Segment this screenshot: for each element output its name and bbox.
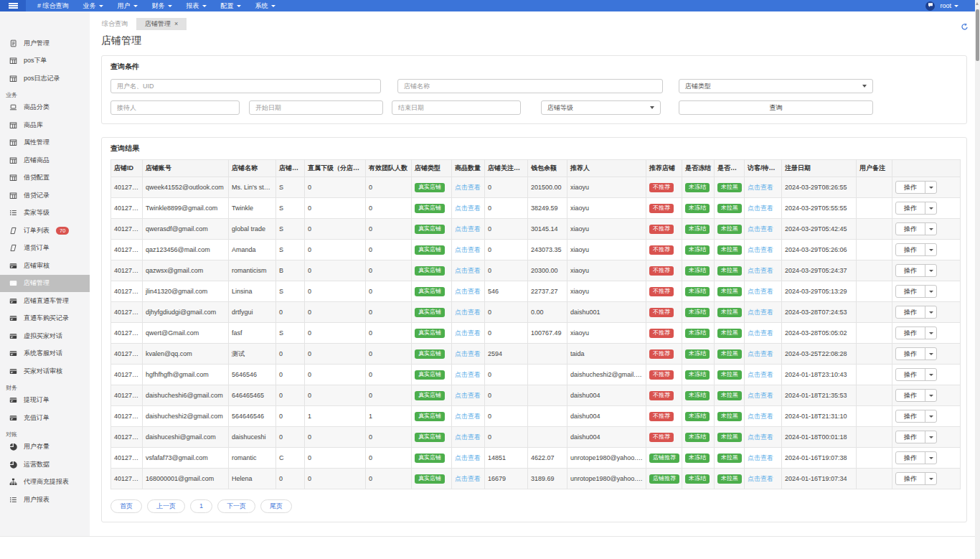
pagination-button[interactable]: 下一页 bbox=[217, 499, 255, 513]
action-dropdown-toggle[interactable] bbox=[925, 473, 936, 484]
action-dropdown-toggle[interactable] bbox=[925, 223, 936, 235]
nav-item-0[interactable]: # 综合查询 bbox=[30, 0, 76, 11]
scrollbar-thumb[interactable] bbox=[976, 9, 979, 61]
action-dropdown-toggle[interactable] bbox=[925, 202, 936, 214]
goods-view-link[interactable]: 点击查看 bbox=[455, 309, 481, 316]
visitor-view-link[interactable]: 点击查看 bbox=[748, 205, 773, 212]
visitor-view-link[interactable]: 点击查看 bbox=[748, 184, 773, 191]
action-dropdown-toggle[interactable] bbox=[925, 369, 936, 380]
store-type-select[interactable]: 店铺类型 bbox=[679, 79, 873, 93]
visitor-view-link[interactable]: 点击查看 bbox=[748, 454, 773, 461]
action-dropdown-toggle[interactable] bbox=[925, 431, 936, 443]
action-button[interactable]: 操作 bbox=[895, 181, 937, 194]
username-uid-input[interactable] bbox=[110, 79, 381, 93]
sidebar-item[interactable]: 店铺审核 bbox=[0, 257, 90, 275]
store-name-input[interactable] bbox=[397, 79, 663, 93]
sidebar-item[interactable]: 用户管理 bbox=[0, 34, 90, 52]
action-dropdown-toggle[interactable] bbox=[925, 182, 936, 193]
chat-button[interactable] bbox=[925, 1, 935, 11]
action-button[interactable]: 操作 bbox=[895, 347, 937, 360]
nav-item-6[interactable]: 系统 bbox=[248, 0, 283, 11]
sidebar-item[interactable]: 店铺直通车管理 bbox=[0, 292, 90, 310]
visitor-view-link[interactable]: 点击查看 bbox=[748, 329, 773, 337]
pagination-button[interactable]: 尾页 bbox=[260, 499, 292, 513]
hamburger-menu-icon[interactable] bbox=[0, 0, 26, 11]
goods-view-link[interactable]: 点击查看 bbox=[455, 184, 481, 191]
goods-view-link[interactable]: 点击查看 bbox=[455, 413, 481, 420]
action-button[interactable]: 操作 bbox=[895, 410, 937, 423]
sidebar-item[interactable]: 充值订单 bbox=[0, 409, 90, 427]
nav-item-1[interactable]: 业务 bbox=[76, 0, 110, 11]
sidebar-item[interactable]: 借贷配置 bbox=[0, 169, 90, 187]
nav-item-4[interactable]: 报表 bbox=[179, 0, 214, 11]
receiver-input[interactable] bbox=[110, 100, 240, 115]
user-menu[interactable]: root bbox=[940, 2, 958, 9]
goods-view-link[interactable]: 点击查看 bbox=[455, 371, 481, 378]
query-button[interactable]: 查询 bbox=[679, 100, 873, 115]
start-date-input[interactable] bbox=[249, 100, 383, 115]
sidebar-item[interactable]: 借贷记录 bbox=[0, 187, 90, 205]
sidebar-item[interactable]: 运营数据 bbox=[0, 456, 90, 474]
sidebar-item[interactable]: 用户报表 bbox=[0, 491, 90, 509]
action-dropdown-toggle[interactable] bbox=[925, 327, 936, 339]
action-button[interactable]: 操作 bbox=[895, 451, 937, 464]
visitor-view-link[interactable]: 点击查看 bbox=[748, 371, 773, 378]
action-dropdown-toggle[interactable] bbox=[925, 306, 936, 318]
end-date-input[interactable] bbox=[392, 100, 521, 115]
pagination-button[interactable]: 首页 bbox=[110, 499, 142, 513]
store-level-select[interactable]: 店铺等级 bbox=[541, 100, 661, 115]
sidebar-item[interactable]: 订单列表70 bbox=[0, 222, 90, 240]
action-dropdown-toggle[interactable] bbox=[925, 265, 936, 276]
refresh-icon[interactable] bbox=[961, 21, 969, 29]
goods-view-link[interactable]: 点击查看 bbox=[455, 350, 481, 357]
goods-view-link[interactable]: 点击查看 bbox=[455, 475, 481, 482]
action-dropdown-toggle[interactable] bbox=[925, 390, 936, 401]
sidebar-item[interactable]: 商品分类 bbox=[0, 99, 90, 117]
sidebar-item[interactable]: 虚拟买家对话 bbox=[0, 327, 90, 345]
tab-0[interactable]: 综合查询 bbox=[93, 18, 136, 30]
action-button[interactable]: 操作 bbox=[895, 368, 937, 381]
sidebar-item[interactable]: 代理商充提报表 bbox=[0, 474, 90, 492]
tab-1[interactable]: 店铺管理× bbox=[136, 18, 187, 30]
action-button[interactable]: 操作 bbox=[895, 472, 937, 485]
nav-item-2[interactable]: 用户 bbox=[110, 0, 145, 11]
action-button[interactable]: 操作 bbox=[895, 327, 937, 339]
visitor-view-link[interactable]: 点击查看 bbox=[748, 225, 773, 232]
goods-view-link[interactable]: 点击查看 bbox=[455, 454, 481, 461]
goods-view-link[interactable]: 点击查看 bbox=[455, 205, 481, 212]
goods-view-link[interactable]: 点击查看 bbox=[455, 267, 481, 274]
nav-item-3[interactable]: 财务 bbox=[145, 0, 179, 11]
action-button[interactable]: 操作 bbox=[895, 202, 937, 215]
pagination-button[interactable]: 上一页 bbox=[147, 499, 185, 513]
action-button[interactable]: 操作 bbox=[895, 431, 937, 443]
visitor-view-link[interactable]: 点击查看 bbox=[748, 246, 773, 253]
goods-view-link[interactable]: 点击查看 bbox=[455, 225, 481, 232]
sidebar-item[interactable]: pos日志记录 bbox=[0, 70, 90, 88]
action-button[interactable]: 操作 bbox=[895, 285, 937, 298]
action-dropdown-toggle[interactable] bbox=[925, 286, 936, 297]
vertical-scrollbar[interactable] bbox=[975, 0, 980, 559]
action-dropdown-toggle[interactable] bbox=[925, 348, 936, 360]
sidebar-item[interactable]: 卖家等级 bbox=[0, 205, 90, 222]
action-button[interactable]: 操作 bbox=[895, 243, 937, 256]
sidebar-item[interactable]: 店铺管理 bbox=[0, 275, 90, 293]
sidebar-item[interactable]: 退货订单 bbox=[0, 240, 90, 258]
goods-view-link[interactable]: 点击查看 bbox=[455, 329, 481, 337]
visitor-view-link[interactable]: 点击查看 bbox=[748, 350, 773, 357]
sidebar-item[interactable]: 商品库 bbox=[0, 116, 90, 134]
sidebar-item[interactable]: 店铺商品 bbox=[0, 151, 90, 169]
action-button[interactable]: 操作 bbox=[895, 389, 937, 402]
action-button[interactable]: 操作 bbox=[895, 306, 937, 319]
action-dropdown-toggle[interactable] bbox=[925, 452, 936, 464]
goods-view-link[interactable]: 点击查看 bbox=[455, 392, 481, 399]
visitor-view-link[interactable]: 点击查看 bbox=[748, 475, 773, 482]
visitor-view-link[interactable]: 点击查看 bbox=[748, 392, 773, 399]
sidebar-item[interactable]: 买家对话审核 bbox=[0, 362, 90, 380]
sidebar-item[interactable]: 属性管理 bbox=[0, 134, 90, 152]
goods-view-link[interactable]: 点击查看 bbox=[455, 246, 481, 253]
sidebar-item[interactable]: 系统客服对话 bbox=[0, 345, 90, 363]
visitor-view-link[interactable]: 点击查看 bbox=[748, 309, 773, 316]
action-dropdown-toggle[interactable] bbox=[925, 244, 936, 255]
visitor-view-link[interactable]: 点击查看 bbox=[748, 267, 773, 274]
sidebar-item[interactable]: 提现订单 bbox=[0, 392, 90, 410]
